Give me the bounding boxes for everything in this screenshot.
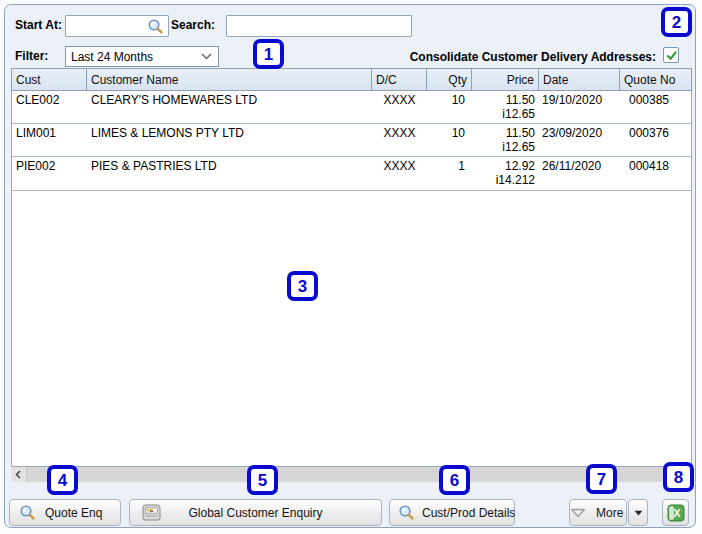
cust-prod-details-label: Cust/Prod Details: [422, 506, 515, 520]
column-header-customer-name[interactable]: Customer Name: [87, 69, 372, 90]
start-at-search-icon[interactable]: [146, 17, 164, 35]
filter-dropdown-value: Last 24 Months: [71, 50, 153, 64]
cust-prod-details-button[interactable]: Cust/Prod Details: [389, 499, 515, 526]
column-header-dc[interactable]: D/C: [372, 69, 427, 90]
annotation-badge-8: 8: [663, 462, 694, 492]
cell-price: 12.92 i14.212: [472, 157, 539, 190]
quote-table-body: CLE002 CLEARY'S HOMEWARES LTD XXXX 10 11…: [11, 91, 692, 467]
annotation-badge-2: 2: [661, 7, 692, 37]
price-inc: i12.65: [476, 107, 535, 121]
cell-quote-no: 000376: [620, 124, 692, 156]
cell-price: 11.50 i12.65: [472, 124, 539, 156]
annotation-badge-1: 1: [253, 39, 284, 69]
export-excel-button[interactable]: X: [662, 499, 689, 526]
cell-dc: XXXX: [372, 124, 427, 156]
table-row[interactable]: CLE002 CLEARY'S HOMEWARES LTD XXXX 10 11…: [12, 91, 691, 124]
annotation-badge-6: 6: [439, 465, 470, 495]
svg-text:X: X: [673, 507, 681, 519]
scroll-left-arrow-icon[interactable]: [11, 467, 27, 482]
cell-cust: LIM001: [12, 124, 87, 156]
cell-date: 19/10/2020: [539, 91, 620, 123]
more-dropdown-button[interactable]: [628, 499, 648, 526]
cell-dc: XXXX: [372, 91, 427, 123]
annotation-badge-7: 7: [586, 464, 617, 494]
cell-date: 23/09/2020: [539, 124, 620, 156]
column-header-date[interactable]: Date: [539, 69, 620, 90]
consolidate-checkbox[interactable]: [663, 47, 679, 63]
cell-date: 26/11/2020: [539, 157, 620, 190]
filter-dropdown[interactable]: Last 24 Months: [65, 46, 219, 67]
column-header-qty[interactable]: Qty: [427, 69, 472, 90]
table-header: Cust Customer Name D/C Qty Price Date Qu…: [11, 68, 692, 91]
column-header-price[interactable]: Price: [472, 69, 539, 90]
table-row[interactable]: PIE002 PIES & PASTRIES LTD XXXX 1 12.92 …: [12, 157, 691, 191]
filter-label: Filter:: [15, 49, 48, 63]
consolidate-label: Consolidate Customer Delivery Addresses:: [410, 50, 656, 64]
search-input[interactable]: [226, 15, 412, 37]
cell-quote-no: 000418: [620, 157, 692, 190]
magnifier-icon: [398, 504, 415, 521]
cell-customer-name: CLEARY'S HOMEWARES LTD: [87, 91, 372, 123]
filter-funnel-icon: [570, 508, 586, 518]
cell-price: 11.50 i12.65: [472, 91, 539, 123]
start-at-label: Start At:: [15, 18, 62, 32]
annotation-badge-3: 3: [287, 271, 318, 301]
price-inc: i14.212: [476, 173, 535, 187]
annotation-badge-4: 4: [47, 465, 78, 495]
global-customer-enquiry-label: Global Customer Enquiry: [188, 506, 322, 520]
column-header-quote-no[interactable]: Quote No: [620, 69, 692, 90]
quote-enq-button[interactable]: Quote Enq: [9, 499, 121, 526]
chevron-down-icon: [201, 53, 212, 60]
cell-qty: 10: [427, 124, 472, 156]
quote-enq-label: Quote Enq: [45, 506, 102, 520]
search-label: Search:: [171, 18, 215, 32]
cell-qty: 10: [427, 91, 472, 123]
cell-quote-no: 000385: [620, 91, 692, 123]
price-ex: 12.92: [476, 159, 535, 173]
price-ex: 11.50: [476, 93, 535, 107]
global-customer-enquiry-button[interactable]: Global Customer Enquiry: [129, 499, 382, 526]
card-file-icon: [142, 504, 161, 521]
more-button[interactable]: More: [569, 499, 627, 526]
table-row[interactable]: LIM001 LIMES & LEMONS PTY LTD XXXX 10 11…: [12, 124, 691, 157]
price-ex: 11.50: [476, 126, 535, 140]
cell-cust: CLE002: [12, 91, 87, 123]
cell-qty: 1: [427, 157, 472, 190]
cell-cust: PIE002: [12, 157, 87, 190]
cell-dc: XXXX: [372, 157, 427, 190]
more-label: More: [596, 506, 623, 520]
checkmark-icon: [665, 49, 678, 62]
annotation-badge-5: 5: [247, 465, 278, 495]
cell-customer-name: PIES & PASTRIES LTD: [87, 157, 372, 190]
main-panel: Start At: Search: Filter: Last 24 Months…: [4, 4, 696, 528]
excel-icon: X: [667, 504, 685, 522]
magnifier-icon: [19, 504, 36, 521]
dropdown-arrow-icon: [634, 510, 643, 516]
price-inc: i12.65: [476, 140, 535, 154]
column-header-cust[interactable]: Cust: [12, 69, 87, 90]
cell-customer-name: LIMES & LEMONS PTY LTD: [87, 124, 372, 156]
